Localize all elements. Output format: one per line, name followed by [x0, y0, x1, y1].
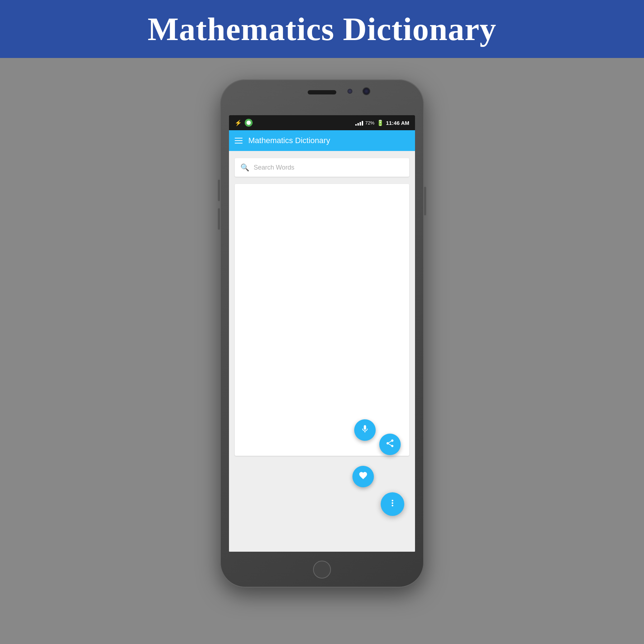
more-dots-icon: [387, 498, 397, 510]
battery-percent: 72%: [365, 120, 375, 126]
status-icons-left: ⚡: [235, 119, 253, 127]
signal-bars: [355, 120, 363, 126]
phone-bottom: [220, 552, 424, 587]
signal-bar-1: [355, 124, 357, 126]
home-button[interactable]: [313, 561, 331, 579]
phone-camera: [362, 87, 370, 95]
hamburger-menu-icon[interactable]: [235, 138, 243, 143]
phone-speaker: [308, 90, 336, 94]
location-inner-dot: [247, 121, 251, 125]
hamburger-line-2: [235, 140, 243, 141]
status-icons-right: 72% 🔋 11:46 AM: [355, 119, 409, 126]
favorite-fab-button[interactable]: [352, 466, 374, 487]
mic-icon: [360, 424, 370, 436]
search-placeholder-text: Search Words: [254, 164, 294, 171]
location-icon: [245, 119, 253, 127]
screen-content: 🔍 Search Words: [229, 151, 415, 552]
signal-bar-4: [362, 121, 363, 126]
background-area: ⚡ 72% 🔋 11:46 AM: [0, 58, 644, 644]
search-icon: 🔍: [240, 163, 249, 172]
share-fab-button[interactable]: [379, 434, 401, 455]
phone-sensor: [347, 89, 352, 94]
share-icon: [385, 439, 395, 450]
power-button[interactable]: [424, 187, 426, 215]
more-options-fab-button[interactable]: [381, 492, 404, 516]
phone-device: ⚡ 72% 🔋 11:46 AM: [220, 79, 424, 587]
search-bar[interactable]: 🔍 Search Words: [235, 158, 409, 177]
battery-icon: 🔋: [377, 119, 384, 126]
status-bar: ⚡ 72% 🔋 11:46 AM: [229, 115, 415, 130]
hamburger-line-3: [235, 143, 243, 143]
volume-down-button[interactable]: [218, 208, 220, 230]
hamburger-line-1: [235, 138, 243, 138]
app-bar: Mathematics Dictionary: [229, 130, 415, 151]
content-card: [235, 184, 409, 456]
clock: 11:46 AM: [386, 120, 409, 126]
heart-icon: [358, 471, 368, 482]
usb-icon: ⚡: [235, 119, 242, 126]
signal-bar-2: [357, 123, 359, 126]
banner-title: Mathematics Dictionary: [148, 11, 497, 47]
top-banner: Mathematics Dictionary: [0, 0, 644, 58]
signal-bar-3: [360, 122, 361, 126]
app-bar-title: Mathematics Dictionary: [248, 136, 330, 145]
phone-screen: ⚡ 72% 🔋 11:46 AM: [229, 115, 415, 552]
volume-up-button[interactable]: [218, 180, 220, 201]
phone-top: [220, 79, 424, 115]
mic-fab-button[interactable]: [354, 419, 376, 441]
